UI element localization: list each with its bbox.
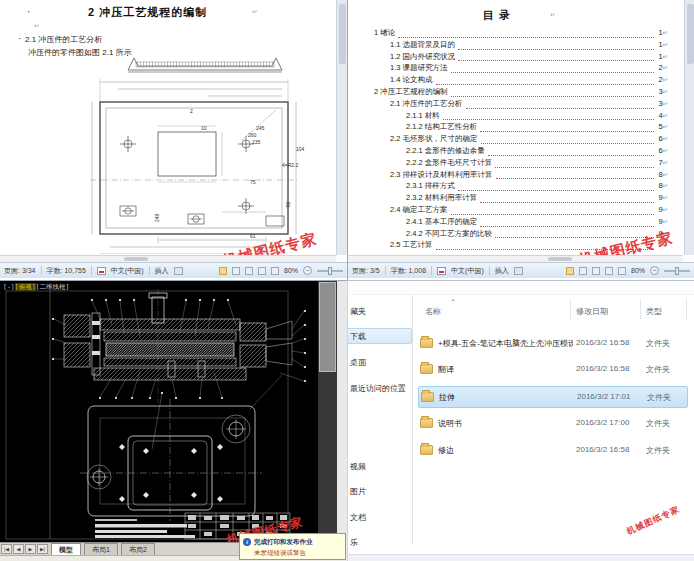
toc-entry: 2.3 排样设计及材料利用率计算 8 ↵: [348, 170, 680, 182]
sidebar-item[interactable]: 藏夹: [348, 303, 366, 319]
word-count[interactable]: 字数: 10,755: [47, 266, 86, 276]
zoom-level[interactable]: 80%: [631, 267, 645, 274]
file-row[interactable]: 拉伸 2016/3/2 17:01 文件夹: [418, 386, 688, 408]
view-web-layout-button[interactable]: [592, 267, 600, 275]
file-name[interactable]: 翻译: [438, 364, 454, 375]
zoom-level[interactable]: 80%: [284, 267, 298, 274]
view-web-layout-button[interactable]: [245, 267, 253, 275]
word-count[interactable]: 字数: 1,008: [391, 266, 426, 276]
paragraph-mark-icon: ↵: [663, 29, 668, 37]
view-fullscreen-button[interactable]: [232, 267, 240, 275]
vertical-scrollbar[interactable]: [336, 0, 347, 255]
paragraph-mark-icon: ↵: [663, 123, 668, 131]
cad-vertical-scrollbar[interactable]: [318, 281, 337, 542]
sidebar-item-label: 最近访问的位置: [350, 383, 406, 394]
zoom-slider[interactable]: [664, 270, 690, 272]
view-outline-button[interactable]: [258, 267, 266, 275]
view-outline-button[interactable]: [605, 267, 613, 275]
paragraph-mark-icon: ↵: [663, 53, 668, 61]
layout-nav-next-icon[interactable]: ▶: [25, 544, 36, 554]
insert-mode[interactable]: 插入: [155, 266, 169, 276]
page-indicator[interactable]: 页面: 3/34: [4, 266, 36, 276]
sidebar-item[interactable]: 桌面: [348, 354, 366, 370]
layout-nav-first-icon[interactable]: |◀: [1, 544, 12, 554]
paragraph-mark-icon: ↵: [663, 88, 668, 96]
part-drawing-svg: [70, 56, 335, 254]
view-fullscreen-button[interactable]: [579, 267, 587, 275]
sidebar-item[interactable]: 图片: [348, 483, 366, 499]
sidebar-item[interactable]: 文档: [348, 509, 366, 525]
scrollbar-thumb[interactable]: [687, 4, 694, 64]
column-header-name[interactable]: 名称: [425, 306, 441, 317]
scrollbar-thumb[interactable]: [339, 4, 346, 64]
macro-icon[interactable]: [174, 267, 183, 275]
file-row[interactable]: 说明书 2016/3/2 17:00 文件夹: [418, 413, 688, 435]
layout-tab[interactable]: 布局2: [121, 543, 155, 555]
file-date-modified: 2016/3/2 16:58: [576, 364, 629, 373]
file-row[interactable]: +模具-五金-笔记本电脑壳上壳冲压模设计 2016/3/2 16:58 文件夹: [418, 333, 688, 355]
dimension-label: 235: [252, 139, 260, 145]
paragraph-mark-icon: ↵: [663, 206, 668, 214]
layout-tab[interactable]: 模型: [51, 543, 81, 555]
section-heading: 2.1 冲压件的工艺分析: [25, 34, 102, 45]
status-bar: 页面: 3/34 字数: 10,755 中文(中国) 插入 80% −: [0, 262, 347, 278]
paragraph-mark-icon: ↵: [663, 135, 668, 143]
zoom-slider-thumb[interactable]: [675, 267, 679, 275]
sidebar-item[interactable]: 视频: [348, 458, 366, 474]
file-type: 文件夹: [646, 364, 670, 375]
page-indicator[interactable]: 页面: 3/5: [352, 266, 380, 276]
word-window-toc: 目 录 ↵ 1 绪论 1 ↵ 1.1 选题背景及目的 1 ↵: [347, 0, 694, 280]
file-name[interactable]: 拉伸: [439, 392, 455, 403]
column-header-date[interactable]: 修改日期: [576, 306, 608, 317]
zoom-slider[interactable]: [317, 270, 343, 272]
scrollbar-thumb[interactable]: [319, 282, 336, 372]
layout-nav-prev-icon[interactable]: ◀: [13, 544, 24, 554]
column-divider[interactable]: [640, 299, 641, 319]
toc-leader-dots: [451, 96, 654, 97]
view-print-layout-button[interactable]: [219, 267, 227, 275]
toc-list: 1 绪论 1 ↵ 1.1 选题背景及目的 1 ↵ 1.2 国内外研究状况 1: [348, 28, 680, 252]
language-indicator[interactable]: 中文(中国): [111, 266, 144, 276]
toc-entry-label: 2.4 确定工艺方案: [390, 205, 448, 215]
macro-icon[interactable]: [514, 267, 523, 275]
sidebar-item[interactable]: 乐: [348, 534, 358, 550]
zoom-out-button[interactable]: −: [303, 266, 312, 275]
file-name[interactable]: 说明书: [438, 418, 462, 429]
file-name[interactable]: +模具-五金-笔记本电脑壳上壳冲压模设计: [438, 338, 573, 349]
scrollbar-thumb[interactable]: [124, 257, 148, 261]
viewport-minimize-control[interactable]: [-]: [3, 283, 15, 291]
file-name[interactable]: 修边: [438, 445, 454, 456]
viewport-view-control[interactable]: [俯视]: [15, 283, 36, 291]
dimension-label: 260: [248, 132, 256, 138]
horizontal-scrollbar[interactable]: [0, 255, 336, 262]
language-indicator[interactable]: 中文(中国): [451, 266, 484, 276]
scrollbar-thumb[interactable]: [548, 257, 572, 261]
proofing-icon[interactable]: [437, 267, 446, 275]
layout-nav-last-icon[interactable]: ▶|: [37, 544, 48, 554]
sidebar-item-label: 文档: [350, 512, 366, 523]
vertical-scrollbar[interactable]: [684, 0, 694, 255]
proofing-icon[interactable]: [97, 267, 106, 275]
notification-tooltip[interactable]: i完成打印和发布作业 未发现错误或警告: [239, 533, 346, 560]
view-draft-button[interactable]: [271, 267, 279, 275]
layout-tab[interactable]: 布局1: [84, 543, 118, 555]
zoom-slider-thumb[interactable]: [328, 267, 332, 275]
toc-entry-label: 2.3.2 材料利用率计算: [406, 193, 477, 203]
column-header-type[interactable]: 类型: [646, 306, 662, 317]
viewport-visual-style-control[interactable]: [二维线框]: [36, 283, 70, 291]
sidebar-item[interactable]: 下载: [348, 328, 412, 344]
file-row[interactable]: 修边 2016/3/2 16:58 文件夹: [418, 440, 688, 462]
outline-bullet: ·: [27, 6, 30, 17]
viewport-controls[interactable]: [-][俯视][二维线框]: [3, 283, 69, 292]
view-draft-button[interactable]: [618, 267, 626, 275]
file-row[interactable]: 翻译 2016/3/2 16:58 文件夹: [418, 359, 688, 381]
sidebar-item[interactable]: 最近访问的位置: [348, 380, 406, 396]
column-divider[interactable]: [570, 299, 571, 319]
horizontal-scrollbar[interactable]: [348, 255, 683, 262]
view-print-layout-button[interactable]: [566, 267, 574, 275]
zoom-out-button[interactable]: −: [650, 266, 659, 275]
toc-entry-label: 2.1.1 材料: [406, 111, 440, 121]
file-type: 文件夹: [646, 418, 670, 429]
insert-mode[interactable]: 插入: [495, 266, 509, 276]
column-divider[interactable]: [686, 299, 687, 319]
